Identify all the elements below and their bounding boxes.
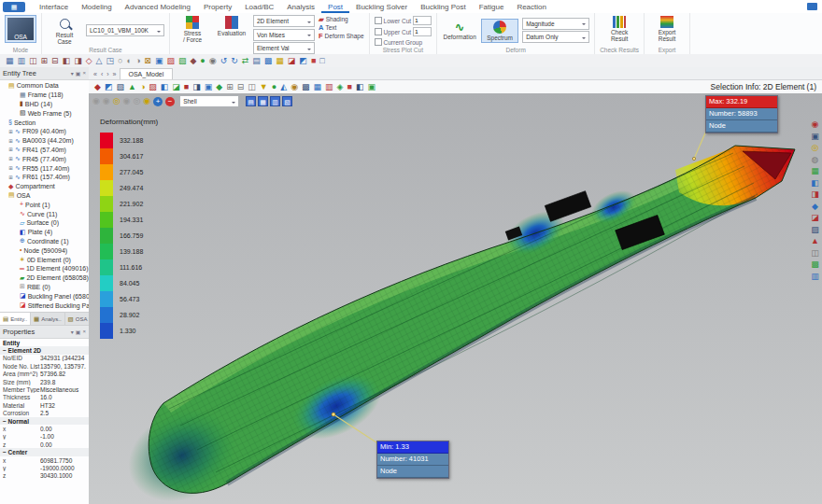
tree-item[interactable]: ▮ BHD (14) bbox=[0, 100, 89, 109]
panel-header-button[interactable]: ▾ bbox=[71, 70, 74, 77]
toolbar-icon[interactable]: ◉ bbox=[291, 81, 298, 92]
window-icon[interactable] bbox=[807, 3, 817, 10]
toolbar-icon[interactable]: ⊟ bbox=[237, 81, 245, 92]
panel-header-button[interactable]: × bbox=[82, 70, 86, 77]
lower-cut-value[interactable] bbox=[413, 16, 432, 25]
toolbar-icon[interactable]: ■ bbox=[184, 81, 189, 92]
toolbar-icon[interactable]: ▥ bbox=[18, 55, 26, 66]
view-preset-button[interactable]: ▦ bbox=[258, 96, 268, 106]
toolbar-icon[interactable]: ◪ bbox=[288, 55, 296, 66]
ribbon-tab[interactable]: Property bbox=[197, 1, 238, 13]
tree-item[interactable]: ⊞ ∿ FR45 (77.40m) bbox=[0, 154, 89, 163]
tree-expander-icon[interactable]: ⊞ bbox=[8, 147, 13, 152]
toolbar-icon[interactable]: ⊞ bbox=[41, 55, 49, 66]
tree-item[interactable]: ◪ Buckling Panel (658058) bbox=[0, 291, 89, 301]
view-preset-button[interactable]: ▧ bbox=[282, 96, 292, 106]
tree-item[interactable]: ∗ 0D Element (0) bbox=[0, 255, 89, 264]
toolbar-icon[interactable]: ⇄ bbox=[242, 55, 249, 66]
upper-cut-checkbox[interactable]: Upper Cut bbox=[375, 27, 432, 36]
properties-section-normal[interactable]: − Normal bbox=[0, 417, 89, 425]
zoom-out-button[interactable]: − bbox=[165, 97, 175, 106]
tree-expander-icon[interactable]: ⊞ bbox=[8, 165, 13, 171]
toolbar-icon[interactable]: ⊞ bbox=[226, 81, 234, 92]
toolbar-icon[interactable]: ▧ bbox=[178, 55, 187, 66]
text-toggle[interactable]: AText bbox=[319, 24, 364, 31]
toolbar-icon[interactable]: ▨ bbox=[166, 55, 175, 66]
toolbar-icon[interactable]: ◫ bbox=[29, 55, 37, 66]
toolbar-icon[interactable]: ▣ bbox=[155, 55, 163, 66]
toolbar-icon[interactable]: ◧ bbox=[161, 81, 169, 92]
element-type-dropdown[interactable]: 2D Element bbox=[253, 15, 315, 27]
toolbar-icon[interactable]: ■ bbox=[311, 55, 316, 66]
toolbar-icon[interactable]: ◨ bbox=[192, 81, 201, 92]
toolbar-icon[interactable]: ▦ bbox=[6, 55, 14, 66]
ribbon-tab[interactable]: Modeling bbox=[75, 1, 118, 13]
tree-expander-icon[interactable]: ⊞ bbox=[8, 138, 13, 144]
tree-item[interactable]: ⊞ ∿ BA0003 (44.20m) bbox=[0, 136, 89, 146]
toolbar-icon[interactable]: △ bbox=[96, 55, 103, 66]
toolbar-icon[interactable]: ◧ bbox=[63, 55, 71, 66]
panel-tab[interactable]: ▦ Analys.. bbox=[31, 313, 65, 325]
toolbar-icon[interactable]: ◧ bbox=[356, 81, 364, 92]
ribbon-tab[interactable]: Analysis bbox=[280, 1, 321, 13]
toolbar-icon[interactable]: ◉ bbox=[209, 55, 217, 66]
ribbon-tab[interactable]: Buckling Solver bbox=[349, 1, 414, 13]
panel-header-button[interactable]: ▣ bbox=[76, 70, 81, 77]
toolbar-icon[interactable]: ▨ bbox=[149, 81, 157, 92]
magnitude-dropdown[interactable]: Magnitude bbox=[522, 18, 589, 30]
tree-expander-icon[interactable]: ⊞ bbox=[8, 129, 13, 134]
panel-tab[interactable]: ▤ Entity.. bbox=[0, 313, 31, 325]
export-result-button[interactable]: Export Result bbox=[649, 15, 685, 43]
toolbar-icon[interactable]: ● bbox=[272, 81, 276, 92]
tree-item[interactable]: ◆ Compartment bbox=[0, 182, 89, 191]
toolbar-icon[interactable]: ↺ bbox=[220, 55, 228, 66]
toolbar-icon[interactable]: ▦ bbox=[276, 55, 284, 66]
panel-header-button[interactable]: × bbox=[82, 329, 86, 335]
deformation-button[interactable]: ∿ Deformation bbox=[442, 21, 477, 41]
check-result-button[interactable]: Check Result bbox=[602, 15, 637, 43]
app-menu-button[interactable]: ▦ bbox=[3, 2, 25, 12]
result-case-dropdown[interactable]: LC10_01_VBM_100K bbox=[86, 24, 164, 36]
view-control-icon[interactable]: ◍ bbox=[812, 155, 819, 164]
spectrum-button[interactable]: Spectrum bbox=[481, 19, 518, 43]
toolbar-icon[interactable]: ○ bbox=[118, 55, 122, 66]
doc-nav-button[interactable]: « bbox=[92, 69, 99, 79]
tree-item[interactable]: ═ 1D Element (409016) bbox=[0, 264, 89, 273]
view-control-icon[interactable]: ◎ bbox=[812, 143, 819, 152]
view-preset-button[interactable]: ▥ bbox=[270, 96, 280, 106]
view-control-icon[interactable]: ◆ bbox=[812, 202, 818, 211]
evaluation-button[interactable]: Evaluation bbox=[214, 15, 249, 37]
stress-type-dropdown[interactable]: Von Mises bbox=[253, 29, 315, 41]
result-case-button[interactable]: Result Case bbox=[47, 16, 82, 46]
value-type-dropdown[interactable]: Element Val bbox=[253, 42, 315, 54]
toolbar-icon[interactable]: ◈ bbox=[337, 81, 344, 92]
tree-item[interactable]: ▤ Common Data bbox=[0, 81, 89, 91]
view-control-icon[interactable]: ▥ bbox=[811, 272, 819, 281]
toolbar-icon[interactable]: ■ bbox=[347, 81, 351, 92]
toolbar-icon[interactable]: ▼ bbox=[260, 81, 268, 92]
render-mode-icon[interactable]: ◎ bbox=[133, 96, 140, 106]
toolbar-icon[interactable]: ◫ bbox=[248, 81, 256, 92]
toolbar-icon[interactable]: ▥ bbox=[325, 81, 333, 92]
ribbon-tab[interactable]: Post bbox=[321, 1, 349, 13]
ship-model-render[interactable] bbox=[89, 93, 822, 504]
toolbar-icon[interactable]: ◆ bbox=[216, 81, 222, 92]
tree-expander-icon[interactable]: ⊞ bbox=[8, 156, 13, 161]
render-mode-icon[interactable]: ◎ bbox=[113, 96, 120, 106]
current-group-checkbox[interactable]: Current Group bbox=[375, 38, 432, 46]
view-control-icon[interactable]: ▨ bbox=[811, 225, 819, 234]
tree-item[interactable]: • Node (590094) bbox=[0, 245, 89, 255]
properties-section-center[interactable]: − Center bbox=[0, 448, 89, 455]
toolbar-icon[interactable]: ▤ bbox=[252, 55, 261, 66]
tree-item[interactable]: ∿ Curve (11) bbox=[0, 209, 89, 218]
ribbon-tab[interactable]: Reaction bbox=[510, 1, 553, 13]
toolbar-icon[interactable]: □ bbox=[319, 55, 324, 66]
tree-item[interactable]: + Point (1) bbox=[0, 200, 89, 209]
toolbar-icon[interactable]: ▧ bbox=[116, 81, 124, 92]
tree-item[interactable]: ▧ Web Frame (5) bbox=[0, 108, 89, 118]
toolbar-icon[interactable]: ◇ bbox=[86, 55, 92, 66]
view-control-icon[interactable]: ▦ bbox=[811, 166, 819, 175]
view-preset-button[interactable]: ▤ bbox=[246, 96, 256, 106]
tree-item[interactable]: ⊞ RBE (0) bbox=[0, 283, 89, 292]
ribbon-tab[interactable]: Advanced Modeling bbox=[119, 1, 197, 13]
